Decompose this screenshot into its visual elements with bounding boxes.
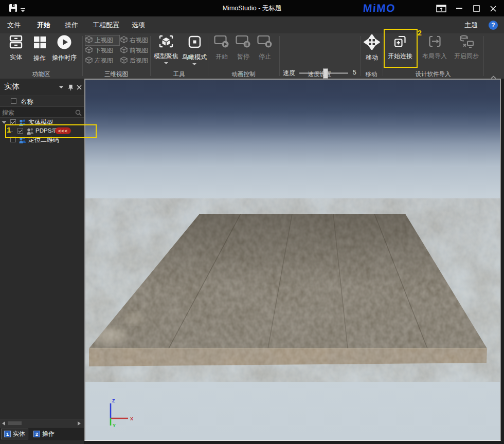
view-bottom-button: 下视图 <box>85 46 119 55</box>
grid-icon <box>33 34 47 52</box>
archive-box-icon <box>8 34 24 51</box>
anim-stop-button: 停止 <box>254 34 276 60</box>
panel-horizontal-scrollbar[interactable] <box>0 419 84 427</box>
axis-y-label: Y <box>113 423 116 428</box>
tree-expander-icon[interactable] <box>2 121 7 124</box>
screen-pause-icon <box>236 34 251 50</box>
cube-icon <box>85 57 93 65</box>
mimo-logo: MiMO <box>363 2 396 15</box>
close-button[interactable] <box>487 4 500 13</box>
panel-tab-entity[interactable]: 1 实体 <box>1 429 28 439</box>
qr-code-checkbox[interactable] <box>10 137 16 142</box>
title-bar: MimoStudio - 无标题 MiMO <box>0 0 504 16</box>
tab-project-config[interactable]: 工程配置 <box>93 16 119 33</box>
birdview-mode-button[interactable]: 鸟瞰模式 <box>181 34 208 65</box>
view-back-button: 后视图 <box>120 56 149 66</box>
view-bottom-label: 下视图 <box>95 46 113 55</box>
move-label: 移动 <box>366 54 378 61</box>
screen-stop-icon <box>257 34 273 50</box>
select-all-checkbox[interactable] <box>11 98 16 104</box>
view-front-label: 前视图 <box>130 46 148 55</box>
maximize-button[interactable] <box>470 4 483 13</box>
name-column-header: 名称 <box>21 98 33 106</box>
tree-label-entity-model: 实体模型 <box>28 118 53 127</box>
tab-operate[interactable]: 操作 <box>65 16 78 33</box>
tree-row-pdps-sample[interactable]: PDPS示例 <<< <box>0 126 84 135</box>
cube-icon <box>120 36 128 45</box>
panel-menu-chevron-icon[interactable] <box>58 84 65 91</box>
panel-close-icon[interactable] <box>76 84 83 91</box>
axis-x-label: X <box>130 416 133 421</box>
model-focus-label: 模型聚焦 <box>154 52 178 60</box>
cube-icon <box>120 46 128 55</box>
panel-tab-operate[interactable]: 2 操作 <box>31 429 57 439</box>
tree-header-row: 名称 <box>0 96 84 107</box>
connect-copy-plus-icon <box>393 34 407 50</box>
axis-z-label: Z <box>112 398 115 403</box>
layout-import-label: 布局导入 <box>422 52 447 60</box>
tree-label-qr-code: 定位二维码 <box>28 136 59 144</box>
tab-start[interactable]: 开始 <box>37 16 50 33</box>
entity-model-checkbox[interactable] <box>10 119 16 125</box>
menu-bar: 文件 开始 操作 工程配置 选项 主题 <box>0 16 504 33</box>
chevron-down-icon[interactable] <box>164 62 168 64</box>
start-connect-label: 开始连接 <box>388 52 412 60</box>
move-button[interactable]: 移动 <box>361 34 383 61</box>
tree-row-entity-model[interactable]: 实体模型 <box>0 118 84 126</box>
tree-row-qr-code[interactable]: 定位二维码 <box>0 135 84 144</box>
operate-panel-button[interactable]: 操作 <box>29 34 50 62</box>
pdps-sample-checkbox[interactable] <box>17 128 23 134</box>
minimize-button[interactable] <box>453 4 466 13</box>
screen-play-icon <box>214 34 229 50</box>
tab-number-badge: 2 <box>33 431 40 437</box>
view-left-label: 左视图 <box>95 57 113 65</box>
cube-icon <box>85 36 93 45</box>
group-label-tools: 工具 <box>150 70 208 78</box>
sync-label: 开启同步 <box>454 52 479 60</box>
view-right-button: 右视图 <box>120 35 149 45</box>
operate-button-label: 操作 <box>33 54 46 62</box>
tab-file[interactable]: 文件 <box>7 16 21 33</box>
entity-button-label: 实体 <box>10 53 22 61</box>
focus-cube-icon <box>159 34 173 50</box>
search-row <box>0 107 84 118</box>
model-focus-button[interactable]: 模型聚焦 <box>151 34 181 64</box>
move-arrows-icon <box>364 34 380 51</box>
play-circle-icon <box>57 34 72 51</box>
scrollbar-thumb[interactable] <box>8 421 22 425</box>
app-window: MimoStudio - 无标题 MiMO 文件 开始 操作 工程配置 选项 主… <box>0 0 504 444</box>
group-label-3d-views: 三维视图 <box>82 70 150 78</box>
anim-start-label: 开始 <box>215 53 228 60</box>
panel-tab-entity-label: 实体 <box>13 430 25 438</box>
tab-options[interactable]: 选项 <box>132 16 145 33</box>
anim-pause-button: 暂停 <box>232 34 254 60</box>
theme-selector[interactable]: 主题 <box>464 16 478 33</box>
search-icon <box>75 109 82 118</box>
chevron-down-icon[interactable] <box>192 63 196 65</box>
entity-panel-button[interactable]: 实体 <box>4 34 28 61</box>
group-label-move: 移动 <box>360 70 383 78</box>
window-title: MimoStudio - 无标题 <box>0 0 504 16</box>
view-top-label: 上视图 <box>95 36 113 45</box>
group-label-design-import: 设计软件导入 <box>383 70 483 78</box>
layout-import-icon <box>428 34 442 50</box>
group-label-function-area: 功能区 <box>0 70 82 78</box>
start-connect-button[interactable]: 开始连接 <box>386 34 415 60</box>
scroll-right-icon[interactable] <box>78 421 81 425</box>
view-front-button: 前视图 <box>120 46 149 55</box>
ribbon-toggle-icon[interactable] <box>435 4 448 13</box>
group-label-speed: 速度设置 <box>279 70 360 78</box>
scroll-left-icon[interactable] <box>2 421 5 425</box>
operation-sequence-button[interactable]: 操作时序 <box>50 34 78 61</box>
anim-stop-label: 停止 <box>259 53 271 60</box>
sequence-button-label: 操作时序 <box>52 54 77 61</box>
cube-icon <box>85 46 93 55</box>
search-input[interactable] <box>1 107 74 117</box>
help-button[interactable]: ? <box>489 21 498 30</box>
pin-icon[interactable] <box>67 84 74 91</box>
viewport-3d[interactable]: Z X Y <box>84 79 501 441</box>
anim-pause-label: 暂停 <box>237 53 249 60</box>
birdview-icon <box>188 34 201 51</box>
platform-model <box>85 80 500 440</box>
view-back-label: 后视图 <box>130 57 148 65</box>
